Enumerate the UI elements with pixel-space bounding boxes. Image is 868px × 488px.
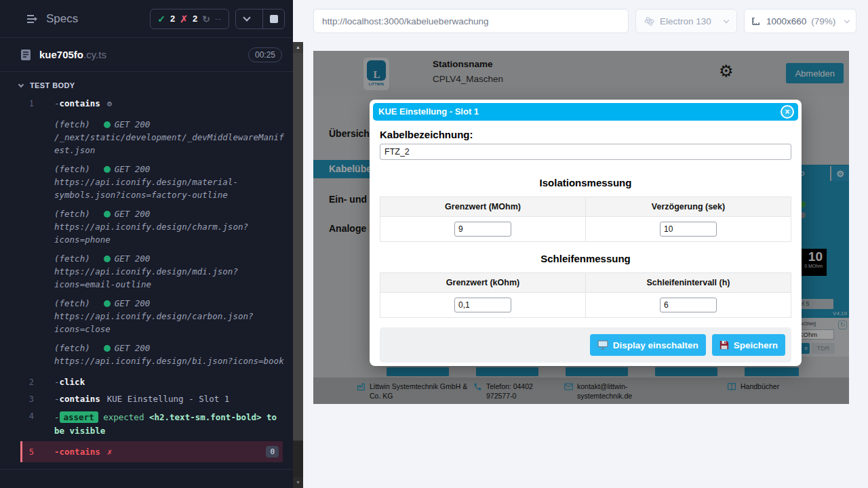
- isolation-section-title: Isolationsmessung: [380, 177, 791, 188]
- success-dot-icon: [104, 300, 111, 307]
- success-dot-icon: [104, 345, 111, 352]
- chevron-down-icon: [844, 18, 850, 23]
- spec-extension: .cy.ts: [83, 49, 106, 60]
- fetch-label: (fetch): [54, 297, 90, 310]
- iso-col-verzoegerung: Verzögerung (sek): [586, 197, 791, 217]
- failed-count: 2: [193, 14, 197, 24]
- modal-header: KUE Einstellung - Slot 1 ×: [373, 103, 798, 121]
- specs-menu[interactable]: Specs: [26, 12, 78, 26]
- stop-button[interactable]: [262, 9, 284, 28]
- fetch-log: (fetch)GET 200 https://api.iconify.desig…: [54, 297, 285, 336]
- command-row[interactable]: 1 -contains⚙: [20, 95, 283, 112]
- fetch-url: https://api.iconify.design/charm.json?ic…: [54, 220, 285, 246]
- ruler-icon: [751, 16, 762, 26]
- divider: [0, 469, 293, 470]
- modal-footer: Display einschalten Speichern: [380, 327, 791, 363]
- cable-designation-label: Kabelbezeichnung:: [380, 129, 791, 140]
- scrollbar-thumb[interactable]: [293, 53, 303, 441]
- fetch-url: /_next/static/development/_devMiddleware…: [54, 131, 285, 157]
- command-log: 1 -contains⚙ (fetch)GET 200 /_next/stati…: [0, 95, 293, 470]
- monitor-icon: [597, 340, 608, 350]
- isolation-table: Grenzwert (MOhm) Verzögerung (sek): [380, 197, 791, 242]
- fetch-label: (fetch): [54, 252, 90, 265]
- fetch-status: GET 200: [115, 207, 151, 220]
- pending-count: --: [215, 14, 222, 24]
- fetch-log: (fetch)GET 200 https://api.iconify.desig…: [54, 163, 285, 201]
- modal-title: KUE Einstellung - Slot 1: [378, 106, 479, 117]
- spec-row[interactable]: kue705fo.cy.ts 00:25: [0, 38, 293, 72]
- spec-name: kue705fo.cy.ts: [39, 49, 106, 60]
- command-row[interactable]: 4 -assert expected <h2.text-sm.font-bold…: [20, 407, 283, 441]
- cable-designation-input[interactable]: [380, 144, 791, 160]
- specs-list-icon: [26, 14, 39, 24]
- viewport-zoom: (79%): [811, 16, 835, 26]
- command-number: 2: [20, 377, 34, 387]
- fetch-url: https://api.iconify.design/bi.json?icons…: [54, 354, 285, 367]
- loop-section-title: Schleifenmessung: [380, 253, 791, 264]
- viewport-selector[interactable]: 1000x660 (79%): [744, 9, 856, 33]
- specs-label: Specs: [46, 12, 78, 26]
- stop-icon: [270, 15, 278, 23]
- command-contains: -contains: [54, 394, 100, 404]
- fetch-label: (fetch): [54, 342, 90, 354]
- scroll-up-icon[interactable]: ▲: [293, 42, 303, 53]
- success-dot-icon: [104, 121, 111, 128]
- failed-icon: ✗: [180, 14, 188, 24]
- spec-duration-badge: 00:25: [248, 47, 282, 62]
- test-body-toggle[interactable]: TEST BODY: [0, 72, 293, 95]
- chevron-down-icon: [724, 18, 729, 23]
- fetch-status: GET 200: [115, 297, 151, 310]
- command-row[interactable]: 2 -click: [20, 373, 283, 390]
- cypress-reporter: Specs ✓ 2 ✗ 2 ↻ -- kue705fo.cy.ts 00:25 …: [0, 0, 293, 488]
- gear-icon: ⚙: [107, 99, 112, 108]
- fetch-log: (fetch)GET 200 /_next/static/development…: [54, 118, 285, 157]
- fetch-label: (fetch): [54, 207, 90, 220]
- fetch-status: GET 200: [115, 163, 151, 176]
- loop-col-intervall: Schleifenintervall (h): [586, 273, 791, 293]
- scroll-down-icon[interactable]: ▼: [293, 477, 303, 488]
- browser-name: Electron 130: [660, 16, 711, 26]
- success-dot-icon: [104, 166, 111, 173]
- floppy-disk-icon: [719, 340, 729, 350]
- iso-verzoegerung-input[interactable]: [660, 222, 717, 237]
- save-button[interactable]: Speichern: [712, 334, 785, 356]
- app-under-test: L LITTWIN Stationsname CPLV4_Maschen ⚙ A…: [313, 51, 849, 404]
- command-number: 1: [20, 98, 34, 108]
- command-contains-failed: -contains: [54, 447, 100, 457]
- fetch-label: (fetch): [54, 163, 90, 176]
- loop-intervall-input[interactable]: [660, 298, 717, 312]
- loop-grenzwert-input[interactable]: [454, 298, 511, 312]
- assert-selector: <h2.text-sm.font-bold>: [149, 412, 262, 422]
- loop-table: Grenzwert (kOhm) Schleifenintervall (h): [380, 272, 791, 318]
- success-dot-icon: [104, 211, 111, 218]
- electron-icon: [644, 16, 654, 26]
- iso-grenzwert-input[interactable]: [454, 222, 511, 237]
- command-row[interactable]: 3 -containsKUE Einstellung - Slot 1: [20, 390, 283, 407]
- passed-count: 2: [170, 14, 175, 24]
- chevron-down-icon: [18, 81, 24, 87]
- pending-icon: ↻: [202, 14, 210, 24]
- close-icon[interactable]: ×: [781, 105, 794, 119]
- collapse-button[interactable]: [236, 9, 258, 28]
- assert-message: -assert expected <h2.text-sm.font-bold> …: [34, 411, 283, 438]
- failed-command-row[interactable]: 5 -contains✗ 0: [20, 441, 283, 462]
- iso-col-grenzwert: Grenzwert (MOhm): [380, 197, 586, 217]
- url-bar[interactable]: http://localhost:3000/kabelueberwachung: [313, 9, 629, 33]
- display-on-button[interactable]: Display einschalten: [590, 334, 706, 356]
- url-text: http://localhost:3000/kabelueberwachung: [322, 16, 488, 26]
- assert-badge: assert: [60, 411, 98, 423]
- fetch-url: https://api.iconify.design/carbon.json?i…: [54, 310, 285, 336]
- fetch-log: (fetch)GET 200 https://api.iconify.desig…: [54, 252, 285, 291]
- loop-col-grenzwert: Grenzwert (kOhm): [380, 273, 586, 293]
- reporter-scrollbar[interactable]: ▲ ▼: [293, 42, 303, 488]
- passed-icon: ✓: [157, 14, 165, 24]
- browser-selector[interactable]: Electron 130: [635, 9, 737, 33]
- fetch-url: https://api.iconify.design/mdi.json?icon…: [54, 265, 285, 291]
- viewport-size: 1000x660: [766, 16, 806, 26]
- fetch-log: (fetch)GET 200 https://api.iconify.desig…: [54, 342, 285, 367]
- command-click: -click: [54, 377, 85, 387]
- success-dot-icon: [104, 256, 111, 262]
- run-controls: [235, 9, 285, 29]
- fetch-url: https://api.iconify.design/material-symb…: [54, 176, 285, 201]
- fetch-status: GET 200: [115, 118, 151, 131]
